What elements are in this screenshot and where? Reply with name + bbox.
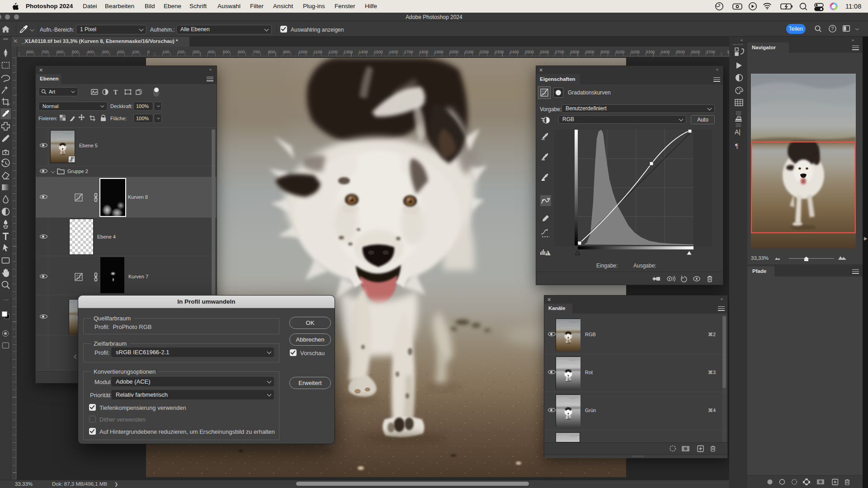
- svg-text:?: ?: [831, 26, 834, 31]
- svg-text:T: T: [113, 89, 118, 96]
- svg-text:¶: ¶: [735, 142, 738, 150]
- svg-text:!: !: [547, 251, 548, 256]
- svg-text:A|: A|: [735, 128, 741, 136]
- svg-text:11:08: 11:08: [845, 3, 861, 10]
